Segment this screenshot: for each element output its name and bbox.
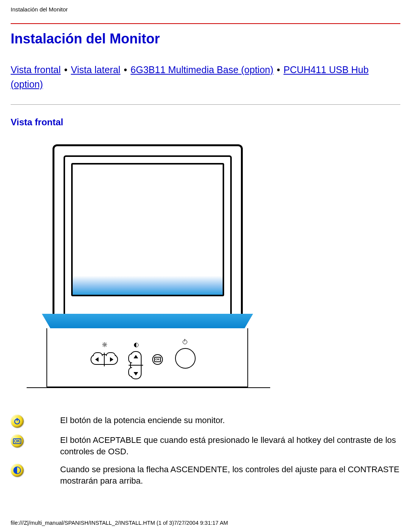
power-icon <box>183 340 187 344</box>
legend-row-power: El botón de la potencia enciende su moni… <box>11 415 400 428</box>
legend-icon-cell: OK <box>11 435 26 447</box>
top-red-rule <box>11 23 400 24</box>
nav-link-multimedia-base[interactable]: 6G3B11 Multimedia Base (option) <box>131 64 273 75</box>
nav-sep: • <box>123 64 128 75</box>
left-right-button <box>91 354 118 365</box>
section-heading: Vista frontal <box>11 117 400 128</box>
legend-row-ok: OK El botón ACEPTABLE que cuando está pr… <box>11 435 400 457</box>
legend-icon-cell <box>11 415 26 428</box>
svg-line-8 <box>103 346 104 347</box>
monitor-front-diagram: OK <box>42 144 253 392</box>
svg-line-5 <box>103 343 104 343</box>
svg-line-7 <box>106 343 107 343</box>
legend-icon-cell <box>11 464 26 477</box>
power-icon <box>11 415 24 428</box>
monitor-blue-wedge <box>42 314 253 328</box>
up-down-button <box>130 351 142 379</box>
screen-gradient-band <box>73 276 223 295</box>
thin-rule <box>11 104 400 105</box>
page-footer-path: file:///Z|/multi_manual/SPANISH/INSTALL_… <box>11 520 228 526</box>
anchor-nav: Vista frontal • Vista lateral • 6G3B11 M… <box>11 63 400 91</box>
ok-icon: OK <box>11 435 24 447</box>
nav-link-vista-frontal[interactable]: Vista frontal <box>11 64 61 75</box>
ok-button-label: OK <box>154 357 161 362</box>
legend-text: El botón de la potencia enciende su moni… <box>60 415 400 426</box>
svg-line-6 <box>106 346 107 347</box>
monitor-bezel <box>53 144 243 314</box>
nav-link-vista-lateral[interactable]: Vista lateral <box>71 64 120 75</box>
monitor-screen <box>71 163 224 296</box>
monitor-base-lip <box>27 387 270 392</box>
svg-point-0 <box>104 344 105 345</box>
page-title: Instalación del Monitor <box>11 31 400 47</box>
legend-row-contrast: Cuando se presiona la flecha ASCENDENTE,… <box>11 464 400 486</box>
legend-text: Cuando se presiona la flecha ASCENDENTE,… <box>60 464 400 486</box>
power-button <box>175 348 196 369</box>
brightness-icon <box>102 342 106 346</box>
ok-icon-label: OK <box>13 438 22 444</box>
contrast-icon <box>11 464 24 477</box>
contrast-icon <box>134 343 139 347</box>
page-header-small: Instalación del Monitor <box>11 6 400 13</box>
monitor-controls-group: OK <box>47 340 247 385</box>
legend-text: El botón ACEPTABLE que cuando está presi… <box>60 435 400 457</box>
monitor-base-front: OK <box>46 328 248 387</box>
nav-sep: • <box>276 64 281 75</box>
ok-button: OK <box>152 354 163 365</box>
nav-sep: • <box>64 64 68 75</box>
legend-table: El botón de la potencia enciende su moni… <box>11 415 400 487</box>
